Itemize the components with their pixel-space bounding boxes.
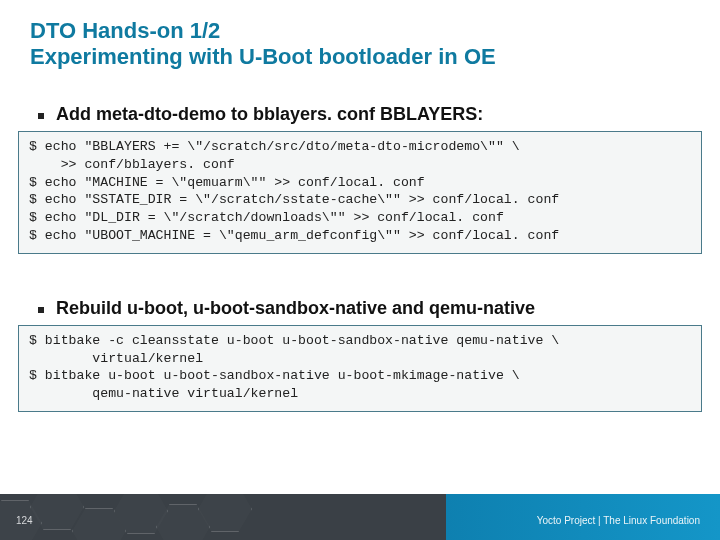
bullet-1: Add meta-dto-demo to bblayers. conf BBLA… (0, 104, 720, 125)
footer: 124 Yocto Project | The Linux Foundation (0, 494, 720, 540)
bullet-2: Rebuild u-boot, u-boot-sandbox-native an… (0, 298, 720, 319)
code-block-1: $ echo "BBLAYERS += \"/scratch/src/dto/m… (18, 131, 702, 254)
slide: DTO Hands-on 1/2 Experimenting with U-Bo… (0, 0, 720, 540)
bullet-1-text: Add meta-dto-demo to bblayers. conf BBLA… (56, 104, 483, 125)
title-block: DTO Hands-on 1/2 Experimenting with U-Bo… (0, 0, 720, 78)
title-line-1: DTO Hands-on 1/2 (30, 18, 690, 44)
spacer (0, 254, 720, 272)
bullet-2-text: Rebuild u-boot, u-boot-sandbox-native an… (56, 298, 535, 319)
code-block-2: $ bitbake -c cleansstate u-boot u-boot-s… (18, 325, 702, 412)
bullet-dot-icon (38, 307, 44, 313)
bullet-dot-icon (38, 113, 44, 119)
footer-text: Yocto Project | The Linux Foundation (537, 515, 700, 526)
page-number: 124 (16, 515, 33, 526)
title-line-2: Experimenting with U-Boot bootloader in … (30, 44, 690, 70)
